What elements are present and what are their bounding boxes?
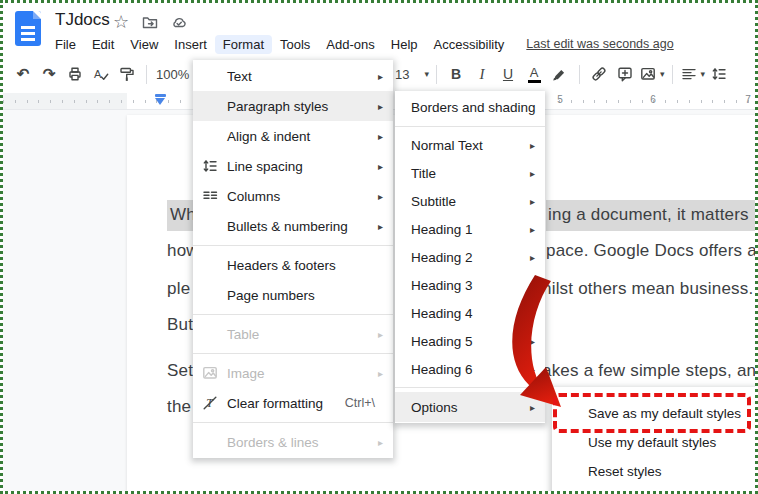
menu-item-table[interactable]: Table▸ <box>193 319 393 349</box>
submenu-arrow-icon: ▸ <box>373 191 383 202</box>
menubar-item-accessibility[interactable]: Accessibility <box>426 35 513 54</box>
move-folder-icon[interactable] <box>140 12 160 32</box>
menu-item-columns[interactable]: Columns▸ <box>193 181 393 211</box>
document-title[interactable]: TJdocs <box>55 10 110 30</box>
menu-item-label: Page numbers <box>227 288 383 303</box>
submenu-arrow-icon: ▸ <box>373 131 383 142</box>
submenu-arrow-icon: ▸ <box>525 252 535 263</box>
underline-button[interactable]: U <box>496 62 520 86</box>
menu-item-page-numbers[interactable]: Page numbers <box>193 280 393 310</box>
menubar-item-tools[interactable]: Tools <box>272 35 318 54</box>
menu-item-normal-text[interactable]: Normal Text▸ <box>395 131 545 159</box>
menu-item-label: Bullets & numbering <box>227 219 373 234</box>
line-spacing-icon[interactable] <box>707 62 731 86</box>
menu-item-bullets-numbering[interactable]: Bullets & numbering▸ <box>193 211 393 241</box>
annotation-highlight-box <box>553 393 751 433</box>
font-size-select[interactable]: 13▾ <box>391 62 429 86</box>
menu-item-borders-and-shading[interactable]: Borders and shading <box>395 92 545 122</box>
font-size-value: 13 <box>391 67 421 82</box>
menubar-item-add-ons[interactable]: Add-ons <box>318 35 382 54</box>
spell-check-icon[interactable]: A <box>89 62 113 86</box>
menu-item-heading-2[interactable]: Heading 2▸ <box>395 243 545 271</box>
menu-item-options[interactable]: Options▸ <box>395 392 545 422</box>
highlight-color-icon[interactable] <box>548 62 572 86</box>
paragraph-styles-submenu: Borders and shadingNormal Text▸Title▸Sub… <box>395 91 545 423</box>
menubar-item-file[interactable]: File <box>47 35 84 54</box>
insert-image-icon[interactable]: ▾ <box>639 62 665 86</box>
menu-item-borders-lines[interactable]: Borders & lines▸ <box>193 427 393 457</box>
menu-item-reset-styles[interactable]: Reset styles <box>552 457 758 486</box>
submenu-arrow-icon: ▸ <box>373 368 383 379</box>
menu-item-text[interactable]: Text▸ <box>193 61 393 91</box>
menu-item-label: Heading 6 <box>411 362 525 377</box>
text-color-glyph: A <box>530 66 539 79</box>
menu-item-label: Borders & lines <box>227 435 373 450</box>
menu-item-heading-3[interactable]: Heading 3▸ <box>395 271 545 299</box>
ruler-number: 5 <box>557 94 563 105</box>
menu-item-label: Reset styles <box>588 464 758 479</box>
google-docs-logo-icon[interactable] <box>15 11 41 46</box>
redo-icon[interactable]: ↷ <box>37 62 61 86</box>
menu-item-heading-1[interactable]: Heading 1▸ <box>395 215 545 243</box>
menu-item-headers-footers[interactable]: Headers & footers <box>193 250 393 280</box>
menu-item-label: Subtitle <box>411 194 525 209</box>
menu-item-label: Text <box>227 69 373 84</box>
menu-divider <box>395 126 545 127</box>
menu-divider <box>193 353 393 354</box>
document-text: hilst others mean business. <box>542 276 753 302</box>
paint-format-icon[interactable] <box>115 62 139 86</box>
menu-divider <box>193 314 393 315</box>
menu-item-image[interactable]: Image▸ <box>193 358 393 388</box>
star-icon[interactable]: ☆ <box>111 12 131 32</box>
menubar: FileEditViewInsertFormatToolsAdd-onsHelp… <box>47 35 512 54</box>
insert-link-icon[interactable] <box>587 62 611 86</box>
last-edit-status[interactable]: Last edit was seconds ago <box>526 37 673 51</box>
menubar-item-view[interactable]: View <box>122 35 166 54</box>
page-fold <box>33 11 41 19</box>
document-text: akes a few simple steps, and <box>542 358 758 384</box>
menu-item-clear-formatting[interactable]: TClear formattingCtrl+\ <box>193 388 393 418</box>
menu-item-label: Heading 1 <box>411 222 525 237</box>
line-spacing-icon <box>201 157 227 175</box>
insert-comment-icon[interactable] <box>613 62 637 86</box>
submenu-arrow-icon: ▸ <box>525 364 535 375</box>
italic-button[interactable]: I <box>470 62 494 86</box>
submenu-arrow-icon: ▸ <box>525 336 535 347</box>
menubar-item-help[interactable]: Help <box>383 35 426 54</box>
menu-item-label: Heading 2 <box>411 250 525 265</box>
menu-item-heading-4[interactable]: Heading 4▸ <box>395 299 545 327</box>
submenu-arrow-icon: ▸ <box>373 437 383 448</box>
document-text: But <box>167 312 193 338</box>
menu-item-heading-6[interactable]: Heading 6▸ <box>395 355 545 383</box>
indent-marker[interactable] <box>155 94 167 105</box>
menu-item-line-spacing[interactable]: Line spacing▸ <box>193 151 393 181</box>
text-color-button[interactable]: A <box>522 62 546 86</box>
submenu-arrow-icon: ▸ <box>373 221 383 232</box>
svg-text:A: A <box>94 68 102 80</box>
menubar-item-edit[interactable]: Edit <box>84 35 122 54</box>
image-icon <box>201 364 227 382</box>
submenu-arrow-icon: ▸ <box>373 161 383 172</box>
align-icon[interactable]: ▾ <box>680 62 706 86</box>
menubar-item-insert[interactable]: Insert <box>166 35 215 54</box>
menu-item-label: Heading 4 <box>411 306 525 321</box>
menu-item-paragraph-styles[interactable]: Paragraph styles▸ <box>193 91 393 121</box>
document-text: ple <box>167 276 190 302</box>
menu-item-subtitle[interactable]: Subtitle▸ <box>395 187 545 215</box>
format-menu: Text▸Paragraph styles▸Align & indent▸Lin… <box>193 60 393 458</box>
submenu-arrow-icon: ▸ <box>373 329 383 340</box>
menu-item-label: Heading 5 <box>411 334 525 349</box>
menu-divider <box>193 245 393 246</box>
print-icon[interactable] <box>63 62 87 86</box>
menu-item-heading-5[interactable]: Heading 5▸ <box>395 327 545 355</box>
menu-item-label: Paragraph styles <box>227 99 373 114</box>
undo-icon[interactable]: ↶ <box>11 62 35 86</box>
submenu-arrow-icon: ▸ <box>373 101 383 112</box>
bold-button[interactable]: B <box>444 62 468 86</box>
cloud-saved-icon[interactable] <box>169 12 189 32</box>
menubar-item-format[interactable]: Format <box>215 35 272 54</box>
menu-item-align-indent[interactable]: Align & indent▸ <box>193 121 393 151</box>
menu-item-label: Clear formatting <box>227 396 345 411</box>
menu-item-title[interactable]: Title▸ <box>395 159 545 187</box>
submenu-arrow-icon: ▸ <box>373 71 383 82</box>
